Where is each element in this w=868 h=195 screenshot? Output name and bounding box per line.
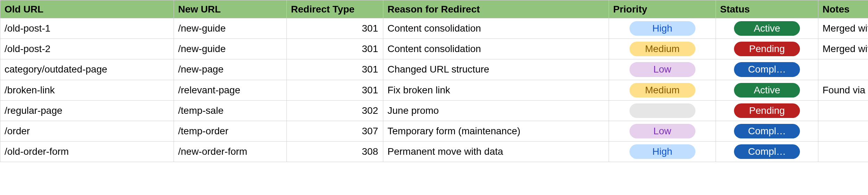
notes <box>818 121 868 141</box>
priority-chip[interactable]: Medium <box>629 83 695 98</box>
priority-cell: High <box>609 18 716 39</box>
priority-chip[interactable] <box>629 103 695 118</box>
old-url: /broken-link <box>0 80 174 100</box>
priority-cell: High <box>609 142 716 162</box>
old-url: category/outdated-page <box>0 59 174 80</box>
table-row: /old-order-form/new-order-form308Permane… <box>0 142 868 162</box>
notes <box>818 142 868 162</box>
redirect-type: 308 <box>287 142 383 162</box>
priority-cell: Low <box>609 59 716 80</box>
status-cell: Pending <box>716 100 818 121</box>
new-url: /new-guide <box>174 39 287 59</box>
status-cell: Compl… <box>716 142 818 162</box>
header-redirect-type: Redirect Type <box>287 0 383 18</box>
header-status: Status <box>716 0 818 18</box>
table-row: /regular-page/temp-sale302June promo Pen… <box>0 100 868 121</box>
priority-cell: Low <box>609 121 716 141</box>
priority-chip[interactable]: Low <box>629 62 695 77</box>
redirect-type: 307 <box>287 121 383 141</box>
table-header-row: Old URL New URL Redirect Type Reason for… <box>0 0 868 18</box>
status-chip[interactable]: Compl… <box>734 62 800 77</box>
priority-chip[interactable]: Low <box>629 124 695 138</box>
new-url: /new-page <box>174 59 287 80</box>
status-chip[interactable]: Active <box>734 83 800 98</box>
new-url: /relevant-page <box>174 80 287 100</box>
redirect-type: 301 <box>287 80 383 100</box>
header-priority: Priority <box>609 0 716 18</box>
notes: Merged with <box>818 18 868 39</box>
status-chip[interactable]: Pending <box>734 103 800 118</box>
status-cell: Compl… <box>716 59 818 80</box>
redirect-type: 301 <box>287 18 383 39</box>
header-reason: Reason for Redirect <box>383 0 609 18</box>
reason: Fix broken link <box>383 80 609 100</box>
redirect-type: 302 <box>287 100 383 121</box>
reason: June promo <box>383 100 609 121</box>
table-row: /broken-link/relevant-page301Fix broken … <box>0 80 868 100</box>
old-url: /old-post-2 <box>0 39 174 59</box>
old-url: /order <box>0 121 174 141</box>
new-url: /new-guide <box>174 18 287 39</box>
priority-chip[interactable]: High <box>629 144 695 159</box>
status-cell: Pending <box>716 39 818 59</box>
header-notes: Notes <box>818 0 868 18</box>
redirect-table: Old URL New URL Redirect Type Reason for… <box>0 0 868 162</box>
status-cell: Compl… <box>716 121 818 141</box>
table-row: /old-post-1/new-guide301Content consolid… <box>0 18 868 39</box>
new-url: /new-order-form <box>174 142 287 162</box>
notes: Found via G <box>818 80 868 100</box>
table-row: category/outdated-page/new-page301Change… <box>0 59 868 80</box>
header-old-url: Old URL <box>0 0 174 18</box>
priority-cell <box>609 100 716 121</box>
table-row: /order/temp-order307Temporary form (main… <box>0 121 868 141</box>
reason: Permanent move with data <box>383 142 609 162</box>
reason: Content consolidation <box>383 39 609 59</box>
status-chip[interactable]: Pending <box>734 42 800 56</box>
notes <box>818 59 868 80</box>
reason: Content consolidation <box>383 18 609 39</box>
notes <box>818 100 868 121</box>
status-cell: Active <box>716 18 818 39</box>
old-url: /old-order-form <box>0 142 174 162</box>
status-cell: Active <box>716 80 818 100</box>
reason: Temporary form (maintenance) <box>383 121 609 141</box>
priority-chip[interactable]: High <box>629 21 695 36</box>
table-row: /old-post-2/new-guide301Content consolid… <box>0 39 868 59</box>
priority-cell: Medium <box>609 39 716 59</box>
redirect-type: 301 <box>287 39 383 59</box>
notes: Merged with <box>818 39 868 59</box>
old-url: /regular-page <box>0 100 174 121</box>
status-chip[interactable]: Compl… <box>734 124 800 138</box>
new-url: /temp-sale <box>174 100 287 121</box>
priority-cell: Medium <box>609 80 716 100</box>
reason: Changed URL structure <box>383 59 609 80</box>
priority-chip[interactable]: Medium <box>629 42 695 56</box>
status-chip[interactable]: Compl… <box>734 144 800 159</box>
header-new-url: New URL <box>174 0 287 18</box>
redirect-type: 301 <box>287 59 383 80</box>
new-url: /temp-order <box>174 121 287 141</box>
old-url: /old-post-1 <box>0 18 174 39</box>
status-chip[interactable]: Active <box>734 21 800 36</box>
